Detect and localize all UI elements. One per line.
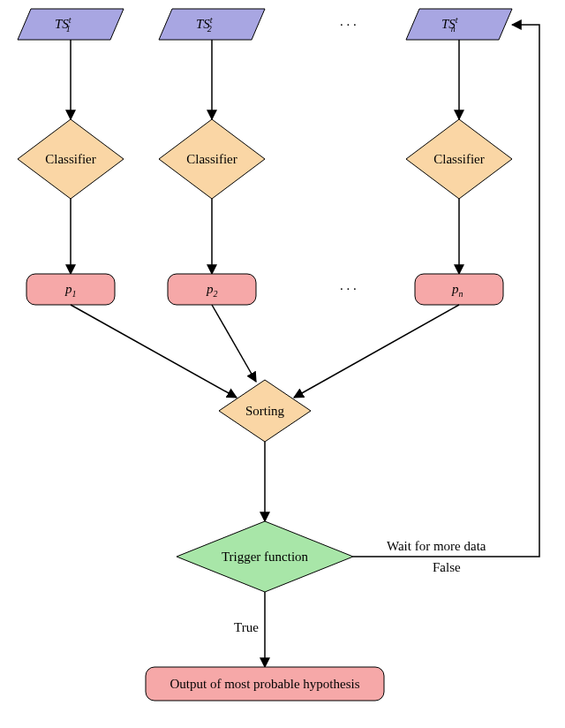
wait-label: Wait for more data (387, 539, 486, 553)
svg-text:TSt1: TSt1 (55, 15, 72, 34)
p1-sub: 1 (72, 289, 77, 299)
svg-marker-4 (406, 9, 512, 40)
true-label: True (234, 620, 259, 634)
input-ts1: TSt1 (18, 9, 124, 40)
edge-p1-sort (71, 305, 237, 398)
ts2-sub: 2 (207, 24, 212, 34)
trigger-function: Trigger function (177, 521, 353, 592)
p2-sub: 2 (214, 289, 218, 299)
svg-text:TSt2: TSt2 (196, 15, 213, 34)
classifier-2-label: Classifier (186, 152, 237, 166)
classifier-1-label: Classifier (45, 152, 96, 166)
tsn-sup: t (456, 15, 458, 25)
classifier-2: Classifier (159, 119, 265, 199)
input-tsn: TStn (406, 9, 512, 40)
dots-top: · · · (340, 18, 357, 32)
edge-p2-sort (212, 305, 256, 382)
tsn-sub: n (451, 24, 456, 34)
flowchart: TSt1 TSt2 · · · TStn Classifier Classifi… (0, 0, 565, 728)
dots-mid: · · · (340, 282, 357, 296)
edge-pn-sort (294, 305, 459, 398)
trigger-label: Trigger function (222, 550, 309, 564)
input-ts2: TSt2 (159, 9, 265, 40)
ts1-sub: 1 (66, 24, 71, 34)
classifier-n-label: Classifier (433, 152, 485, 166)
false-label: False (433, 560, 461, 574)
prob-p1: p1 (26, 274, 115, 305)
prob-p2: p2 (168, 274, 256, 305)
classifier-1: Classifier (18, 119, 124, 199)
sorting: Sorting (219, 380, 311, 442)
pn-sub: n (459, 289, 463, 299)
output: Output of most probable hypothesis (146, 667, 384, 701)
sorting-label: Sorting (245, 404, 285, 418)
classifier-n: Classifier (406, 119, 512, 199)
output-label: Output of most probable hypothesis (170, 677, 360, 691)
prob-pn: pn (415, 274, 503, 305)
